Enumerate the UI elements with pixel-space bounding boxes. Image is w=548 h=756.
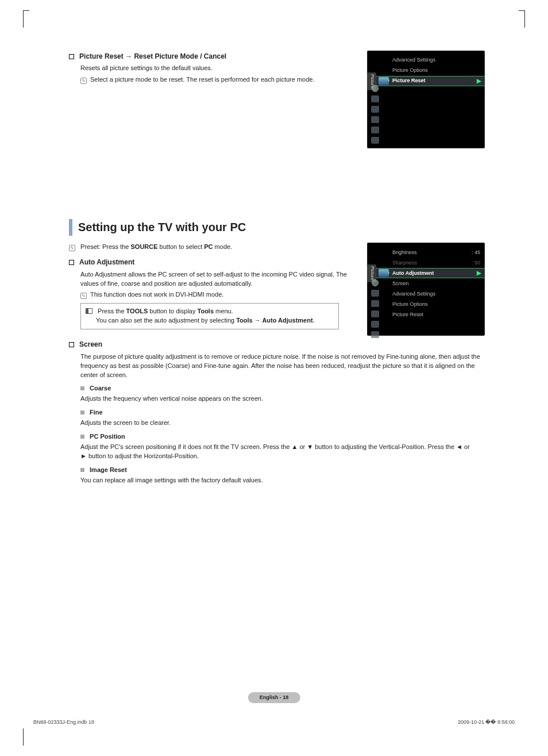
auto-adjustment-desc: Auto Adjustment allows the PC screen of …	[80, 270, 356, 289]
section-picture-reset: Picture Reset → Reset Picture Mode / Can…	[69, 52, 485, 85]
tools-icon	[86, 308, 92, 314]
list-square-icon	[69, 260, 74, 265]
sub-bullet-icon	[80, 468, 84, 472]
note-icon: ✎	[80, 78, 87, 84]
osd-nav-icon	[371, 290, 379, 297]
sub-bullet-icon	[80, 386, 84, 390]
osd-row[interactable]: Picture Options	[367, 66, 485, 76]
osd-nav-icon	[371, 137, 379, 144]
chevron-right-icon: ▶	[477, 269, 481, 278]
screen-subitem: Fine Adjusts the screen to be clearer.	[80, 408, 485, 428]
tools-tip-box: Press the TOOLS button to display Tools …	[80, 303, 339, 329]
picture-reset-heading: Picture Reset → Reset Picture Mode / Can…	[79, 52, 226, 60]
picture-reset-desc: Resets all picture settings to the defau…	[80, 64, 356, 73]
osd-row[interactable]: Sharpness: 50	[367, 258, 485, 268]
screen-desc: The purpose of picture quality adjustmen…	[80, 352, 483, 380]
selection-dot-icon: •	[388, 270, 389, 277]
osd-nav-icon	[371, 106, 379, 113]
osd-row-selected[interactable]: • Auto Adjustment ▶	[367, 268, 485, 278]
osd-nav-icon	[371, 300, 379, 307]
osd-icon-column	[368, 85, 382, 144]
osd-row[interactable]: Advanced Settings	[367, 289, 485, 299]
sub-bullet-icon	[80, 410, 84, 415]
sub-bullet-icon	[80, 435, 84, 439]
osd-nav-icon	[371, 126, 379, 133]
auto-adjustment-note: ✎This function does not work in DVI-HDMI…	[80, 290, 356, 300]
screen-subitem: PC Position Adjust the PC's screen posit…	[80, 432, 485, 461]
osd-row[interactable]: Advanced Settings	[367, 55, 485, 66]
osd-nav-icon	[371, 310, 379, 317]
doc-info: BN68-02333J-Eng.indb 18	[33, 719, 94, 726]
osd-nav-icon	[371, 321, 379, 328]
selection-dot-icon: •	[388, 77, 389, 85]
osd-nav-icon	[372, 85, 379, 92]
osd-menu-picture-reset: Advanced Settings Picture Options • Pict…	[367, 51, 485, 148]
osd-row[interactable]: Screen	[367, 278, 485, 289]
osd-row-selected[interactable]: • Picture Reset ▶	[367, 76, 485, 86]
osd-nav-icon	[371, 95, 379, 102]
list-square-icon	[69, 342, 74, 347]
page-number-pill: English - 18	[248, 692, 300, 703]
osd-icon-column	[368, 279, 382, 338]
osd-nav-icon	[371, 331, 379, 338]
osd-row[interactable]: Picture Reset	[367, 309, 485, 320]
crop-mark	[23, 728, 29, 746]
note-icon: ✎	[69, 245, 75, 251]
page-content: Picture Reset → Reset Picture Mode / Can…	[69, 52, 485, 485]
osd-nav-icon	[371, 116, 379, 123]
picture-reset-note: ✎Select a picture mode to be reset. The …	[80, 75, 356, 85]
crop-mark	[23, 10, 29, 28]
chevron-right-icon: ▶	[477, 77, 481, 86]
section-setting-pc: ✎ Preset: Press the SOURCE button to sel…	[69, 243, 485, 485]
osd-menu-auto-adjustment: Brightness: 45 Sharpness: 50 • Auto Adju…	[367, 243, 485, 336]
osd-row[interactable]: Picture Options	[367, 299, 485, 309]
section-title-setting-pc: Setting up the TV with your PC	[69, 219, 485, 236]
screen-title: Screen	[79, 340, 102, 348]
osd-nav-icon	[372, 279, 379, 286]
screen-subitem: Coarse Adjusts the frequency when vertic…	[80, 384, 485, 404]
print-timestamp: 2009-10-21 �� 8:58:00	[458, 719, 515, 726]
note-icon: ✎	[80, 293, 87, 299]
screen-subitem: Image Reset You can replace all image se…	[80, 466, 485, 485]
crop-mark	[519, 10, 525, 28]
auto-adjustment-title: Auto Adjustment	[79, 258, 134, 266]
list-square-icon	[69, 54, 74, 59]
osd-row[interactable]: Brightness: 45	[367, 247, 485, 258]
preset-note: Preset: Press the SOURCE button to selec…	[80, 243, 232, 250]
